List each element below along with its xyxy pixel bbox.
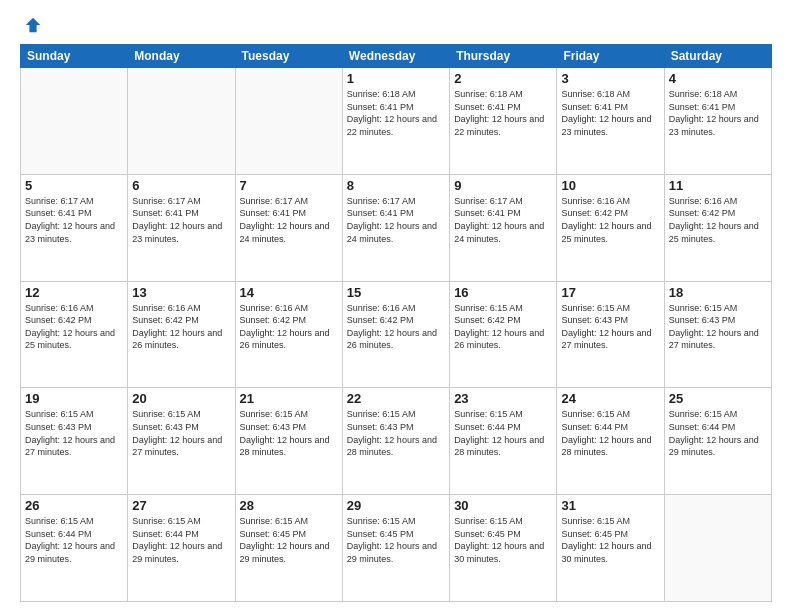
logo bbox=[20, 16, 42, 34]
calendar-cell: 24Sunrise: 6:15 AM Sunset: 6:44 PM Dayli… bbox=[557, 388, 664, 495]
day-header-wednesday: Wednesday bbox=[342, 45, 449, 68]
calendar-cell bbox=[235, 68, 342, 175]
day-number: 11 bbox=[669, 178, 767, 193]
calendar-cell bbox=[664, 495, 771, 602]
cell-info: Sunrise: 6:17 AM Sunset: 6:41 PM Dayligh… bbox=[454, 195, 552, 245]
calendar-cell: 14Sunrise: 6:16 AM Sunset: 6:42 PM Dayli… bbox=[235, 281, 342, 388]
day-number: 25 bbox=[669, 391, 767, 406]
calendar-cell: 4Sunrise: 6:18 AM Sunset: 6:41 PM Daylig… bbox=[664, 68, 771, 175]
cell-info: Sunrise: 6:16 AM Sunset: 6:42 PM Dayligh… bbox=[132, 302, 230, 352]
cell-info: Sunrise: 6:15 AM Sunset: 6:45 PM Dayligh… bbox=[347, 515, 445, 565]
cell-info: Sunrise: 6:15 AM Sunset: 6:44 PM Dayligh… bbox=[669, 408, 767, 458]
calendar-cell: 9Sunrise: 6:17 AM Sunset: 6:41 PM Daylig… bbox=[450, 174, 557, 281]
day-number: 4 bbox=[669, 71, 767, 86]
calendar-cell: 19Sunrise: 6:15 AM Sunset: 6:43 PM Dayli… bbox=[21, 388, 128, 495]
day-number: 1 bbox=[347, 71, 445, 86]
calendar-cell: 26Sunrise: 6:15 AM Sunset: 6:44 PM Dayli… bbox=[21, 495, 128, 602]
calendar-cell: 11Sunrise: 6:16 AM Sunset: 6:42 PM Dayli… bbox=[664, 174, 771, 281]
day-header-sunday: Sunday bbox=[21, 45, 128, 68]
calendar-cell: 16Sunrise: 6:15 AM Sunset: 6:42 PM Dayli… bbox=[450, 281, 557, 388]
calendar-cell: 7Sunrise: 6:17 AM Sunset: 6:41 PM Daylig… bbox=[235, 174, 342, 281]
day-number: 10 bbox=[561, 178, 659, 193]
cell-info: Sunrise: 6:16 AM Sunset: 6:42 PM Dayligh… bbox=[240, 302, 338, 352]
day-number: 19 bbox=[25, 391, 123, 406]
day-header-thursday: Thursday bbox=[450, 45, 557, 68]
day-number: 14 bbox=[240, 285, 338, 300]
day-header-saturday: Saturday bbox=[664, 45, 771, 68]
day-number: 5 bbox=[25, 178, 123, 193]
day-number: 6 bbox=[132, 178, 230, 193]
page: SundayMondayTuesdayWednesdayThursdayFrid… bbox=[0, 0, 792, 612]
day-header-monday: Monday bbox=[128, 45, 235, 68]
day-number: 13 bbox=[132, 285, 230, 300]
calendar-cell bbox=[21, 68, 128, 175]
calendar-cell: 1Sunrise: 6:18 AM Sunset: 6:41 PM Daylig… bbox=[342, 68, 449, 175]
calendar-cell: 25Sunrise: 6:15 AM Sunset: 6:44 PM Dayli… bbox=[664, 388, 771, 495]
cell-info: Sunrise: 6:17 AM Sunset: 6:41 PM Dayligh… bbox=[25, 195, 123, 245]
day-number: 18 bbox=[669, 285, 767, 300]
day-number: 2 bbox=[454, 71, 552, 86]
day-number: 17 bbox=[561, 285, 659, 300]
day-number: 3 bbox=[561, 71, 659, 86]
cell-info: Sunrise: 6:15 AM Sunset: 6:44 PM Dayligh… bbox=[132, 515, 230, 565]
cell-info: Sunrise: 6:15 AM Sunset: 6:45 PM Dayligh… bbox=[454, 515, 552, 565]
day-number: 23 bbox=[454, 391, 552, 406]
calendar-cell: 12Sunrise: 6:16 AM Sunset: 6:42 PM Dayli… bbox=[21, 281, 128, 388]
cell-info: Sunrise: 6:15 AM Sunset: 6:43 PM Dayligh… bbox=[561, 302, 659, 352]
cell-info: Sunrise: 6:15 AM Sunset: 6:44 PM Dayligh… bbox=[454, 408, 552, 458]
calendar-cell: 13Sunrise: 6:16 AM Sunset: 6:42 PM Dayli… bbox=[128, 281, 235, 388]
week-row-2: 5Sunrise: 6:17 AM Sunset: 6:41 PM Daylig… bbox=[21, 174, 772, 281]
calendar-cell: 5Sunrise: 6:17 AM Sunset: 6:41 PM Daylig… bbox=[21, 174, 128, 281]
day-number: 20 bbox=[132, 391, 230, 406]
cell-info: Sunrise: 6:17 AM Sunset: 6:41 PM Dayligh… bbox=[347, 195, 445, 245]
day-number: 22 bbox=[347, 391, 445, 406]
calendar-cell: 15Sunrise: 6:16 AM Sunset: 6:42 PM Dayli… bbox=[342, 281, 449, 388]
cell-info: Sunrise: 6:18 AM Sunset: 6:41 PM Dayligh… bbox=[669, 88, 767, 138]
calendar-cell: 20Sunrise: 6:15 AM Sunset: 6:43 PM Dayli… bbox=[128, 388, 235, 495]
day-number: 31 bbox=[561, 498, 659, 513]
day-number: 7 bbox=[240, 178, 338, 193]
calendar-cell bbox=[128, 68, 235, 175]
day-number: 21 bbox=[240, 391, 338, 406]
day-number: 26 bbox=[25, 498, 123, 513]
week-row-4: 19Sunrise: 6:15 AM Sunset: 6:43 PM Dayli… bbox=[21, 388, 772, 495]
day-number: 16 bbox=[454, 285, 552, 300]
calendar-cell: 3Sunrise: 6:18 AM Sunset: 6:41 PM Daylig… bbox=[557, 68, 664, 175]
cell-info: Sunrise: 6:16 AM Sunset: 6:42 PM Dayligh… bbox=[561, 195, 659, 245]
week-row-1: 1Sunrise: 6:18 AM Sunset: 6:41 PM Daylig… bbox=[21, 68, 772, 175]
day-number: 12 bbox=[25, 285, 123, 300]
calendar-cell: 27Sunrise: 6:15 AM Sunset: 6:44 PM Dayli… bbox=[128, 495, 235, 602]
cell-info: Sunrise: 6:15 AM Sunset: 6:45 PM Dayligh… bbox=[561, 515, 659, 565]
calendar-table: SundayMondayTuesdayWednesdayThursdayFrid… bbox=[20, 44, 772, 602]
day-header-friday: Friday bbox=[557, 45, 664, 68]
day-number: 9 bbox=[454, 178, 552, 193]
cell-info: Sunrise: 6:16 AM Sunset: 6:42 PM Dayligh… bbox=[25, 302, 123, 352]
logo-text bbox=[20, 16, 42, 34]
cell-info: Sunrise: 6:15 AM Sunset: 6:43 PM Dayligh… bbox=[25, 408, 123, 458]
calendar-cell: 29Sunrise: 6:15 AM Sunset: 6:45 PM Dayli… bbox=[342, 495, 449, 602]
day-number: 24 bbox=[561, 391, 659, 406]
calendar-cell: 31Sunrise: 6:15 AM Sunset: 6:45 PM Dayli… bbox=[557, 495, 664, 602]
cell-info: Sunrise: 6:15 AM Sunset: 6:45 PM Dayligh… bbox=[240, 515, 338, 565]
calendar-cell: 6Sunrise: 6:17 AM Sunset: 6:41 PM Daylig… bbox=[128, 174, 235, 281]
cell-info: Sunrise: 6:15 AM Sunset: 6:42 PM Dayligh… bbox=[454, 302, 552, 352]
header bbox=[20, 16, 772, 34]
cell-info: Sunrise: 6:17 AM Sunset: 6:41 PM Dayligh… bbox=[240, 195, 338, 245]
cell-info: Sunrise: 6:15 AM Sunset: 6:43 PM Dayligh… bbox=[240, 408, 338, 458]
calendar-cell: 8Sunrise: 6:17 AM Sunset: 6:41 PM Daylig… bbox=[342, 174, 449, 281]
cell-info: Sunrise: 6:15 AM Sunset: 6:43 PM Dayligh… bbox=[669, 302, 767, 352]
calendar-cell: 21Sunrise: 6:15 AM Sunset: 6:43 PM Dayli… bbox=[235, 388, 342, 495]
cell-info: Sunrise: 6:15 AM Sunset: 6:43 PM Dayligh… bbox=[132, 408, 230, 458]
calendar-cell: 17Sunrise: 6:15 AM Sunset: 6:43 PM Dayli… bbox=[557, 281, 664, 388]
svg-marker-0 bbox=[26, 18, 40, 32]
cell-info: Sunrise: 6:16 AM Sunset: 6:42 PM Dayligh… bbox=[347, 302, 445, 352]
calendar-cell: 23Sunrise: 6:15 AM Sunset: 6:44 PM Dayli… bbox=[450, 388, 557, 495]
day-number: 8 bbox=[347, 178, 445, 193]
week-row-3: 12Sunrise: 6:16 AM Sunset: 6:42 PM Dayli… bbox=[21, 281, 772, 388]
cell-info: Sunrise: 6:16 AM Sunset: 6:42 PM Dayligh… bbox=[669, 195, 767, 245]
cell-info: Sunrise: 6:17 AM Sunset: 6:41 PM Dayligh… bbox=[132, 195, 230, 245]
cell-info: Sunrise: 6:15 AM Sunset: 6:44 PM Dayligh… bbox=[561, 408, 659, 458]
calendar-cell: 28Sunrise: 6:15 AM Sunset: 6:45 PM Dayli… bbox=[235, 495, 342, 602]
calendar-cell: 22Sunrise: 6:15 AM Sunset: 6:43 PM Dayli… bbox=[342, 388, 449, 495]
week-row-5: 26Sunrise: 6:15 AM Sunset: 6:44 PM Dayli… bbox=[21, 495, 772, 602]
